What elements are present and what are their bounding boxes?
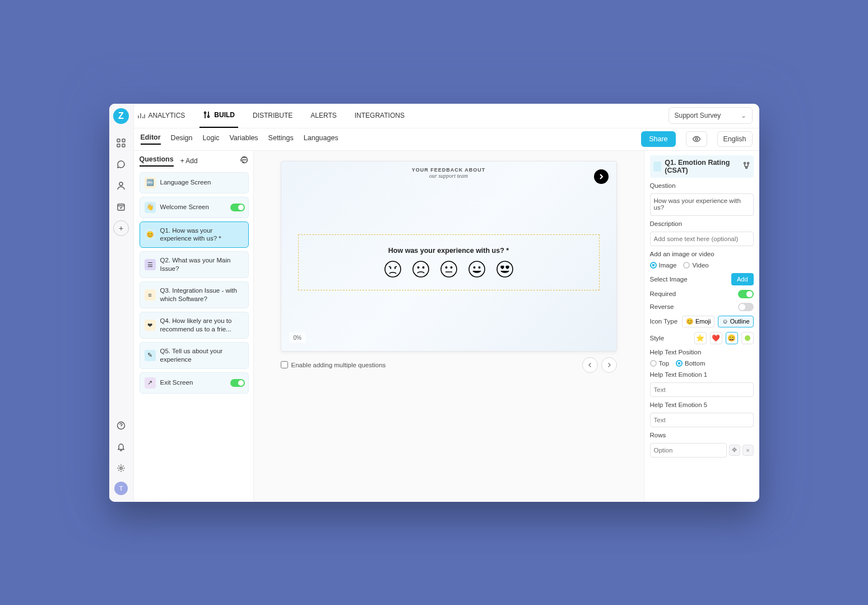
preview-header-line2: our support team — [281, 173, 616, 179]
face-happy-icon[interactable] — [468, 260, 486, 278]
description-input[interactable] — [650, 232, 754, 246]
survey-selector[interactable]: Support Survey — [669, 107, 753, 124]
subnav-logic[interactable]: Logic — [203, 134, 220, 144]
style-star-button[interactable]: ⭐ — [694, 332, 707, 344]
calendar-icon[interactable] — [113, 199, 129, 215]
question-card[interactable]: ☰Q2. What was your Main Issue? — [140, 251, 249, 278]
main-column: ANALYTICS BUILD DISTRIBUTE ALERTS INTEGR… — [134, 104, 759, 502]
svg-point-11 — [385, 261, 401, 277]
nav-alerts-label: ALERTS — [310, 112, 336, 119]
svg-point-9 — [208, 116, 210, 118]
svg-point-4 — [119, 182, 123, 186]
question-card[interactable]: 😊Q1. How was your experience with us? * — [140, 221, 249, 248]
subnav-settings[interactable]: Settings — [268, 134, 294, 144]
face-neutral-icon[interactable] — [440, 260, 458, 278]
next-slide-button[interactable] — [601, 357, 617, 373]
style-heart-button[interactable]: ❤️ — [710, 332, 722, 344]
question-field-label: Question — [650, 182, 754, 189]
nav-build[interactable]: BUILD — [199, 104, 238, 128]
user-icon[interactable] — [113, 178, 129, 193]
help-icon[interactable] — [113, 418, 129, 433]
rows-item: ✥ × — [650, 443, 754, 458]
media-video-radio[interactable]: Video — [683, 262, 708, 269]
svg-point-24 — [744, 163, 745, 164]
rows-drag-handle[interactable]: ✥ — [729, 445, 740, 456]
question-card-label: Q1. How was your experience with us? * — [160, 227, 244, 243]
icon-type-emoji-button[interactable]: 😊Emoji — [682, 316, 715, 327]
question-card[interactable]: ✎Q5. Tell us about your experience — [140, 342, 249, 369]
nav-distribute[interactable]: DISTRIBUTE — [249, 104, 296, 128]
preview-question-text: How was your experience with us? * — [388, 247, 509, 255]
bell-icon[interactable] — [113, 439, 129, 455]
sub-nav: Editor Design Logic Variables Settings L… — [134, 128, 759, 151]
rows-option-input[interactable] — [650, 443, 727, 458]
multi-question-input[interactable] — [281, 361, 288, 368]
next-button[interactable] — [594, 169, 609, 184]
prev-slide-button[interactable] — [582, 357, 598, 373]
share-button[interactable]: Share — [641, 131, 675, 147]
add-image-button[interactable]: Add — [731, 273, 754, 285]
editor-body: Questions + Add 🔤Language Screen👋Welcome… — [134, 151, 759, 502]
icon-type-emoji-label: Emoji — [695, 318, 711, 325]
style-smile-button[interactable]: 😄 — [726, 332, 738, 344]
icon-rail: Z + T — [109, 104, 134, 502]
add-icon[interactable]: + — [113, 220, 129, 236]
language-button[interactable]: English — [717, 131, 753, 147]
question-type-icon: 🔤 — [145, 177, 156, 188]
help1-label: Help Text Emotion 1 — [650, 371, 754, 378]
nav-alerts[interactable]: ALERTS — [307, 104, 340, 128]
logo[interactable]: Z — [113, 108, 129, 124]
question-card[interactable]: 👋Welcome Screen — [140, 197, 249, 218]
questions-list: 🔤Language Screen👋Welcome Screen😊Q1. How … — [140, 172, 249, 394]
help-pos-bottom-radio[interactable]: Bottom — [676, 360, 705, 367]
svg-point-16 — [423, 266, 424, 267]
media-radio-row: Image Video — [650, 262, 754, 269]
questions-tab[interactable]: Questions — [140, 155, 174, 167]
question-input[interactable] — [650, 193, 754, 216]
subnav-variables[interactable]: Variables — [229, 134, 258, 144]
face-angry-icon[interactable] — [384, 260, 402, 278]
multi-question-checkbox[interactable]: Enable adding multiple questions — [281, 361, 386, 368]
question-toggle[interactable] — [230, 204, 245, 211]
nav-analytics[interactable]: ANALYTICS — [134, 104, 189, 128]
question-card[interactable]: 🔤Language Screen — [140, 172, 249, 193]
survey-preview: YOUR FEEDBACK ABOUT our support team How… — [281, 161, 617, 352]
logic-branch-icon[interactable] — [742, 161, 750, 171]
help5-label: Help Text Emotion 5 — [650, 401, 754, 408]
nav-integrations[interactable]: INTEGRATIONS — [351, 104, 408, 128]
required-toggle[interactable] — [738, 290, 754, 298]
preview-button[interactable] — [686, 131, 707, 147]
rows-label: Rows — [650, 432, 754, 438]
question-card[interactable]: ≡Q3. Integration Issue - with which Soft… — [140, 281, 249, 308]
subnav-editor[interactable]: Editor — [141, 133, 161, 145]
help-pos-top-radio[interactable]: Top — [650, 360, 670, 367]
add-question-button[interactable]: + Add — [180, 157, 198, 165]
help5-input[interactable] — [650, 413, 754, 427]
dashboard-icon[interactable] — [113, 135, 129, 151]
rows-remove-button[interactable]: × — [742, 445, 754, 456]
icon-type-outline-button[interactable]: ☺Outline — [718, 316, 753, 327]
history-icon[interactable] — [240, 155, 249, 166]
question-toggle[interactable] — [230, 379, 245, 387]
subnav-languages[interactable]: Languages — [304, 134, 338, 144]
reverse-toggle[interactable] — [738, 303, 754, 311]
svg-rect-5 — [118, 204, 124, 210]
help1-input[interactable] — [650, 382, 754, 397]
media-image-radio[interactable]: Image — [650, 262, 677, 269]
face-sad-icon[interactable] — [412, 260, 430, 278]
gear-icon[interactable] — [113, 460, 129, 476]
question-type-icon: ✎ — [145, 350, 156, 361]
icon-type-label: Icon Type — [650, 318, 678, 325]
style-dot-button[interactable] — [741, 332, 754, 344]
avatar[interactable]: T — [114, 482, 128, 495]
svg-point-21 — [474, 266, 475, 267]
svg-point-8 — [205, 112, 206, 114]
subnav-design[interactable]: Design — [171, 134, 193, 144]
preview-canvas: YOUR FEEDBACK ABOUT our support team How… — [254, 151, 644, 502]
svg-point-13 — [394, 268, 395, 269]
question-card[interactable]: ↗Exit Screen — [140, 372, 249, 394]
face-love-icon[interactable] — [496, 260, 514, 278]
svg-point-12 — [390, 268, 391, 269]
chat-icon[interactable] — [113, 156, 129, 172]
question-card[interactable]: ❤Q4. How likely are you to recommend us … — [140, 312, 249, 339]
